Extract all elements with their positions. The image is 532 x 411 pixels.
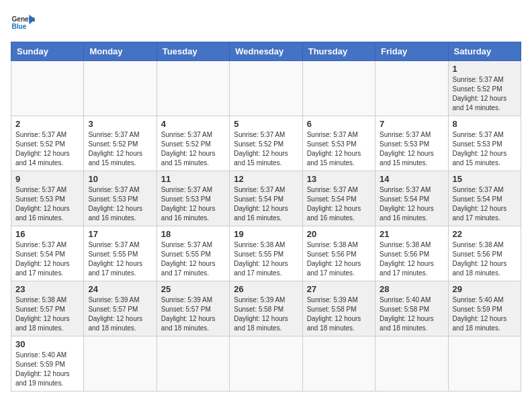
- calendar-week-row: 1Sunrise: 5:37 AM Sunset: 5:52 PM Daylig…: [11, 61, 521, 116]
- cell-info: Sunrise: 5:39 AM Sunset: 5:57 PM Dayligh…: [88, 295, 152, 333]
- cell-info: Sunrise: 5:37 AM Sunset: 5:54 PM Dayligh…: [453, 185, 517, 223]
- calendar-cell: 8Sunrise: 5:37 AM Sunset: 5:53 PM Daylig…: [448, 116, 521, 171]
- day-of-week-header: Wednesday: [230, 42, 302, 61]
- cell-info: Sunrise: 5:39 AM Sunset: 5:57 PM Dayligh…: [161, 295, 225, 333]
- cell-info: Sunrise: 5:37 AM Sunset: 5:55 PM Dayligh…: [161, 240, 225, 278]
- cell-info: Sunrise: 5:37 AM Sunset: 5:54 PM Dayligh…: [380, 185, 443, 223]
- calendar-cell: 2Sunrise: 5:37 AM Sunset: 5:52 PM Daylig…: [11, 116, 84, 171]
- cell-info: Sunrise: 5:37 AM Sunset: 5:55 PM Dayligh…: [88, 240, 152, 278]
- cell-info: Sunrise: 5:37 AM Sunset: 5:53 PM Dayligh…: [88, 185, 152, 223]
- cell-info: Sunrise: 5:37 AM Sunset: 5:52 PM Dayligh…: [15, 130, 79, 168]
- cell-info: Sunrise: 5:40 AM Sunset: 5:59 PM Dayligh…: [453, 295, 517, 333]
- calendar-week-row: 16Sunrise: 5:37 AM Sunset: 5:54 PM Dayli…: [11, 226, 521, 281]
- day-number: 29: [453, 284, 517, 294]
- calendar-cell: 11Sunrise: 5:37 AM Sunset: 5:53 PM Dayli…: [157, 171, 229, 226]
- day-number: 16: [15, 229, 79, 239]
- cell-info: Sunrise: 5:37 AM Sunset: 5:54 PM Dayligh…: [234, 185, 298, 223]
- calendar-week-row: 23Sunrise: 5:38 AM Sunset: 5:57 PM Dayli…: [11, 281, 521, 336]
- cell-info: Sunrise: 5:38 AM Sunset: 5:56 PM Dayligh…: [307, 240, 371, 278]
- day-of-week-header: Tuesday: [157, 42, 229, 61]
- cell-info: Sunrise: 5:37 AM Sunset: 5:53 PM Dayligh…: [307, 130, 371, 168]
- calendar-cell: 17Sunrise: 5:37 AM Sunset: 5:55 PM Dayli…: [84, 226, 157, 281]
- calendar-cell: 6Sunrise: 5:37 AM Sunset: 5:53 PM Daylig…: [302, 116, 375, 171]
- calendar-header-row: SundayMondayTuesdayWednesdayThursdayFrid…: [11, 42, 521, 61]
- day-number: 9: [15, 174, 79, 184]
- day-of-week-header: Saturday: [448, 42, 521, 61]
- day-number: 30: [15, 339, 79, 349]
- calendar-cell: [375, 61, 448, 116]
- day-number: 21: [380, 229, 443, 239]
- day-of-week-header: Sunday: [11, 42, 84, 61]
- cell-info: Sunrise: 5:38 AM Sunset: 5:56 PM Dayligh…: [453, 240, 517, 278]
- calendar-cell: [230, 336, 302, 392]
- calendar-cell: [375, 336, 448, 392]
- day-number: 10: [88, 174, 152, 184]
- calendar-cell: [84, 61, 157, 116]
- day-number: 27: [307, 284, 371, 294]
- calendar-week-row: 30Sunrise: 5:40 AM Sunset: 5:59 PM Dayli…: [11, 336, 521, 392]
- calendar-cell: 15Sunrise: 5:37 AM Sunset: 5:54 PM Dayli…: [448, 171, 521, 226]
- calendar-cell: 16Sunrise: 5:37 AM Sunset: 5:54 PM Dayli…: [11, 226, 84, 281]
- calendar-week-row: 9Sunrise: 5:37 AM Sunset: 5:53 PM Daylig…: [11, 171, 521, 226]
- logo-icon: General Blue: [11, 11, 35, 35]
- day-number: 26: [234, 284, 298, 294]
- day-number: 5: [234, 119, 298, 129]
- calendar-cell: 29Sunrise: 5:40 AM Sunset: 5:59 PM Dayli…: [448, 281, 521, 336]
- day-of-week-header: Monday: [84, 42, 157, 61]
- day-number: 23: [15, 284, 79, 294]
- calendar-cell: [11, 61, 84, 116]
- day-number: 2: [15, 119, 79, 129]
- day-number: 15: [453, 174, 517, 184]
- cell-info: Sunrise: 5:38 AM Sunset: 5:55 PM Dayligh…: [234, 240, 298, 278]
- calendar-cell: 3Sunrise: 5:37 AM Sunset: 5:52 PM Daylig…: [84, 116, 157, 171]
- day-number: 8: [453, 119, 517, 129]
- calendar-cell: 28Sunrise: 5:40 AM Sunset: 5:58 PM Dayli…: [375, 281, 448, 336]
- calendar-cell: 22Sunrise: 5:38 AM Sunset: 5:56 PM Dayli…: [448, 226, 521, 281]
- day-number: 13: [307, 174, 371, 184]
- svg-text:Blue: Blue: [11, 23, 26, 30]
- calendar-cell: [448, 336, 521, 392]
- calendar: SundayMondayTuesdayWednesdayThursdayFrid…: [11, 42, 521, 392]
- day-number: 18: [161, 229, 225, 239]
- calendar-cell: 7Sunrise: 5:37 AM Sunset: 5:53 PM Daylig…: [375, 116, 448, 171]
- calendar-cell: 20Sunrise: 5:38 AM Sunset: 5:56 PM Dayli…: [302, 226, 375, 281]
- calendar-cell: 21Sunrise: 5:38 AM Sunset: 5:56 PM Dayli…: [375, 226, 448, 281]
- day-number: 14: [380, 174, 443, 184]
- calendar-cell: [157, 336, 229, 392]
- day-number: 19: [234, 229, 298, 239]
- day-number: 4: [161, 119, 225, 129]
- calendar-cell: 12Sunrise: 5:37 AM Sunset: 5:54 PM Dayli…: [230, 171, 302, 226]
- day-number: 1: [453, 64, 517, 74]
- cell-info: Sunrise: 5:39 AM Sunset: 5:58 PM Dayligh…: [234, 295, 298, 333]
- calendar-cell: 10Sunrise: 5:37 AM Sunset: 5:53 PM Dayli…: [84, 171, 157, 226]
- day-number: 20: [307, 229, 371, 239]
- cell-info: Sunrise: 5:40 AM Sunset: 5:58 PM Dayligh…: [380, 295, 443, 333]
- calendar-cell: 4Sunrise: 5:37 AM Sunset: 5:52 PM Daylig…: [157, 116, 229, 171]
- day-number: 12: [234, 174, 298, 184]
- calendar-cell: 14Sunrise: 5:37 AM Sunset: 5:54 PM Dayli…: [375, 171, 448, 226]
- day-number: 17: [88, 229, 152, 239]
- cell-info: Sunrise: 5:37 AM Sunset: 5:52 PM Dayligh…: [453, 75, 517, 113]
- cell-info: Sunrise: 5:37 AM Sunset: 5:54 PM Dayligh…: [15, 240, 79, 278]
- cell-info: Sunrise: 5:40 AM Sunset: 5:59 PM Dayligh…: [15, 351, 79, 388]
- cell-info: Sunrise: 5:37 AM Sunset: 5:54 PM Dayligh…: [307, 185, 371, 223]
- cell-info: Sunrise: 5:37 AM Sunset: 5:53 PM Dayligh…: [453, 130, 517, 168]
- cell-info: Sunrise: 5:39 AM Sunset: 5:58 PM Dayligh…: [307, 295, 371, 333]
- cell-info: Sunrise: 5:37 AM Sunset: 5:52 PM Dayligh…: [234, 130, 298, 168]
- day-number: 11: [161, 174, 225, 184]
- cell-info: Sunrise: 5:37 AM Sunset: 5:53 PM Dayligh…: [380, 130, 443, 168]
- calendar-cell: 18Sunrise: 5:37 AM Sunset: 5:55 PM Dayli…: [157, 226, 229, 281]
- calendar-cell: 24Sunrise: 5:39 AM Sunset: 5:57 PM Dayli…: [84, 281, 157, 336]
- calendar-cell: [302, 336, 375, 392]
- day-number: 24: [88, 284, 152, 294]
- calendar-cell: [157, 61, 229, 116]
- day-number: 25: [161, 284, 225, 294]
- day-of-week-header: Friday: [375, 42, 448, 61]
- calendar-cell: 13Sunrise: 5:37 AM Sunset: 5:54 PM Dayli…: [302, 171, 375, 226]
- day-number: 22: [453, 229, 517, 239]
- day-number: 3: [88, 119, 152, 129]
- calendar-cell: [302, 61, 375, 116]
- day-number: 7: [380, 119, 443, 129]
- calendar-cell: 5Sunrise: 5:37 AM Sunset: 5:52 PM Daylig…: [230, 116, 302, 171]
- calendar-week-row: 2Sunrise: 5:37 AM Sunset: 5:52 PM Daylig…: [11, 116, 521, 171]
